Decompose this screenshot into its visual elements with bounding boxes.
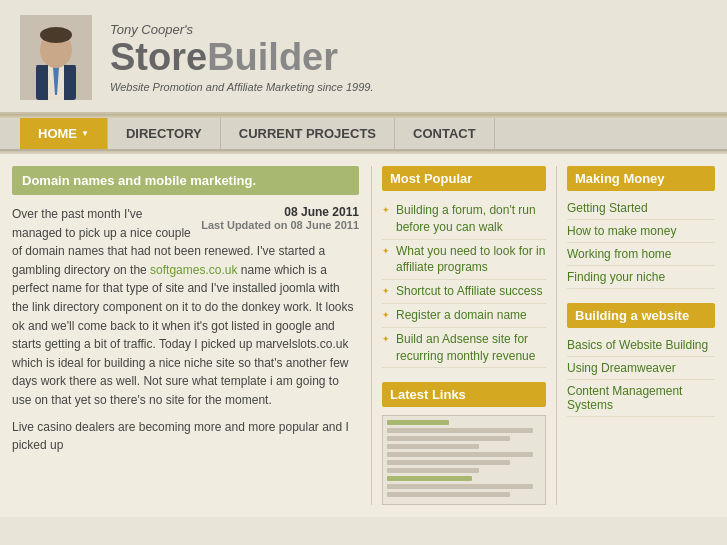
latest-links-thumbnail	[382, 415, 546, 505]
most-popular-item-1[interactable]: Building a forum, don't run before you c…	[382, 199, 546, 240]
thumb-content	[383, 416, 545, 504]
right-column: Making Money Getting Started How to make…	[557, 166, 715, 505]
brand-store: Store	[110, 36, 207, 78]
thumb-line	[387, 444, 479, 449]
making-money-item-3[interactable]: Working from home	[567, 243, 715, 266]
thumb-line	[387, 484, 533, 489]
header-name: Tony Cooper's	[110, 22, 374, 37]
left-column: Domain names and mobile marketing. 08 Ju…	[12, 166, 372, 505]
thumb-line	[387, 460, 510, 465]
header-text: Tony Cooper's StoreBuilder Website Promo…	[110, 22, 374, 93]
most-popular-list: Building a forum, don't run before you c…	[382, 199, 546, 368]
making-money-item-4[interactable]: Finding your niche	[567, 266, 715, 289]
making-money-title: Making Money	[567, 166, 715, 191]
nav-contact[interactable]: CONTACT	[395, 118, 495, 149]
thumb-line	[387, 476, 472, 481]
article-para-1: Over the past month I've managed to pick…	[12, 205, 359, 410]
making-money-item-2[interactable]: How to make money	[567, 220, 715, 243]
header-brand: StoreBuilder	[110, 37, 374, 79]
article-body: Over the past month I've managed to pick…	[12, 205, 359, 455]
article-meta: 08 June 2011 Last Updated on 08 June 201…	[201, 205, 359, 231]
article-title: Domain names and mobile marketing.	[12, 166, 359, 195]
thumb-line	[387, 468, 479, 473]
most-popular-item-4[interactable]: Register a domain name	[382, 304, 546, 328]
header-tagline: Website Promotion and Affiliate Marketin…	[110, 81, 374, 93]
thumb-line	[387, 452, 533, 457]
building-website-title: Building a website	[567, 303, 715, 328]
article-para-2: Live casino dealers are becoming more an…	[12, 418, 359, 455]
making-money-item-1[interactable]: Getting Started	[567, 197, 715, 220]
nav-home[interactable]: HOME	[20, 118, 108, 149]
article-date: 08 June 2011	[201, 205, 359, 219]
brand-builder: Builder	[207, 36, 338, 78]
thumb-line	[387, 492, 510, 497]
nav: HOME DIRECTORY CURRENT PROJECTS CONTACT	[0, 118, 727, 151]
svg-point-5	[40, 27, 72, 43]
thumb-line	[387, 436, 510, 441]
making-money-list: Getting Started How to make money Workin…	[567, 197, 715, 289]
content: Domain names and mobile marketing. 08 Ju…	[0, 154, 727, 517]
most-popular-item-3[interactable]: Shortcut to Affiliate success	[382, 280, 546, 304]
middle-column: Most Popular Building a forum, don't run…	[372, 166, 557, 505]
building-website-item-3[interactable]: Content Management Systems	[567, 380, 715, 417]
most-popular-title: Most Popular	[382, 166, 546, 191]
latest-links-title: Latest Links	[382, 382, 546, 407]
building-website-list: Basics of Website Building Using Dreamwe…	[567, 334, 715, 417]
thumb-line	[387, 428, 533, 433]
softgames-link[interactable]: softgames.co.uk	[150, 263, 237, 277]
nav-current-projects[interactable]: CURRENT PROJECTS	[221, 118, 395, 149]
article-last-updated: Last Updated on 08 June 2011	[201, 219, 359, 231]
nav-directory[interactable]: DIRECTORY	[108, 118, 221, 149]
avatar	[20, 15, 92, 100]
building-website-item-1[interactable]: Basics of Website Building	[567, 334, 715, 357]
thumb-line	[387, 420, 449, 425]
building-website-item-2[interactable]: Using Dreamweaver	[567, 357, 715, 380]
most-popular-item-2[interactable]: What you need to look for in affiliate p…	[382, 240, 546, 281]
most-popular-item-5[interactable]: Build an Adsense site for recurring mont…	[382, 328, 546, 369]
header: Tony Cooper's StoreBuilder Website Promo…	[0, 0, 727, 114]
